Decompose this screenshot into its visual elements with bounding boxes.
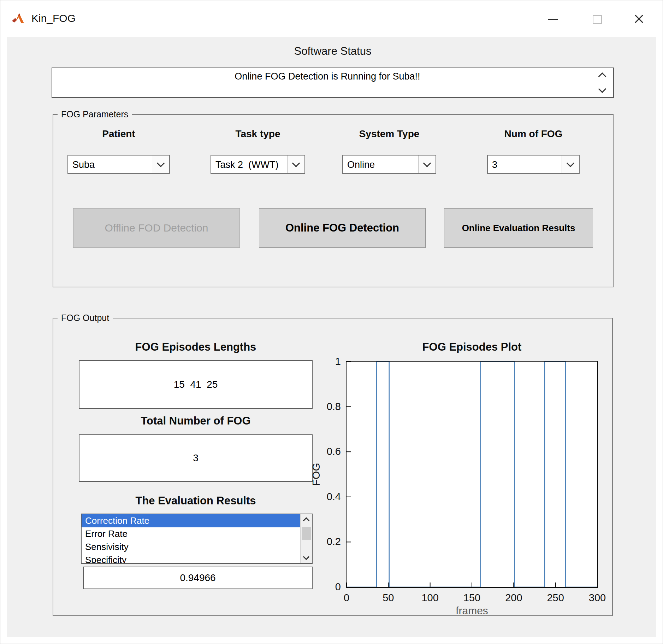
evaluation-results-listbox[interactable]: Correction RateError RateSensivisitySpec… — [81, 514, 313, 564]
total-number-of-fog-field[interactable]: 3 — [79, 434, 313, 482]
chevron-down-icon — [287, 156, 304, 173]
evaluation-value-field[interactable]: 0.94966 — [83, 567, 313, 589]
scroll-up-icon[interactable] — [597, 71, 608, 80]
fog-episodes-lengths-field[interactable]: 15 41 25 — [79, 360, 313, 409]
task-type-dropdown-value: Task 2 (WWT) — [215, 159, 278, 170]
chevron-down-icon — [152, 156, 169, 173]
y-tick-label: 0.8 — [306, 401, 341, 412]
y-tick-label: 0.2 — [306, 536, 341, 548]
offline-fod-detection-button[interactable]: Offline FOD Detection — [73, 208, 240, 248]
matlab-app-icon — [11, 12, 25, 26]
evaluation-list-item[interactable]: Specificity — [82, 554, 301, 563]
close-button[interactable] — [628, 10, 649, 28]
minimize-button[interactable] — [543, 10, 563, 28]
x-tick-label: 50 — [372, 592, 404, 604]
window-title: Kin_FOG — [31, 12, 76, 24]
num-of-fog-dropdown[interactable]: 3 — [487, 155, 580, 174]
total-number-of-fog-heading: Total Number of FOG — [79, 415, 313, 427]
evaluation-list-item[interactable]: Sensivisity — [82, 540, 301, 554]
software-status-heading: Software Status — [52, 45, 614, 58]
num-of-fog-label: Num of FOG — [487, 128, 580, 142]
task-type-label: Task type — [211, 128, 305, 142]
fog-parameters-legend: FOG Parameters — [58, 109, 132, 119]
evaluation-results-heading: The Evaluation Results — [79, 494, 313, 507]
x-axis-label-clip: frames — [424, 601, 520, 616]
system-type-dropdown[interactable]: Online — [342, 155, 436, 174]
scroll-down-icon[interactable] — [597, 86, 608, 94]
scroll-up-icon[interactable] — [301, 514, 312, 525]
minimize-icon — [548, 19, 558, 20]
title-bar: Kin_FOG — [0, 0, 663, 37]
online-evaluation-results-button[interactable]: Online Evaluation Results — [444, 208, 593, 248]
num-of-fog-dropdown-value: 3 — [492, 159, 497, 170]
system-type-label: System Type — [342, 128, 436, 142]
online-fog-detection-button[interactable]: Online FOG Detection — [259, 208, 426, 248]
x-tick-label: 0 — [331, 592, 362, 604]
evaluation-listbox-items: Correction RateError RateSensivisitySpec… — [82, 514, 301, 563]
y-axis-label: FOG — [310, 458, 323, 490]
y-tick-label: 0 — [306, 581, 341, 593]
x-axis-label: frames — [424, 605, 520, 616]
x-tick-label: 300 — [581, 592, 613, 604]
evaluation-list-item[interactable]: Error Rate — [82, 527, 301, 540]
y-tick-label: 0.4 — [306, 491, 341, 503]
status-message: Online FOG Detection is Running for Suba… — [66, 71, 588, 82]
task-type-dropdown[interactable]: Task 2 (WWT) — [211, 155, 305, 174]
app-window: Kin_FOG Software Status Online FOG Detec… — [0, 0, 663, 644]
status-textbox[interactable]: Online FOG Detection is Running for Suba… — [52, 68, 614, 98]
chevron-down-icon — [562, 156, 579, 173]
system-type-dropdown-value: Online — [347, 159, 375, 170]
fog-episodes-plot-title: FOG Episodes Plot — [346, 341, 598, 353]
y-tick-label: 1 — [306, 356, 341, 367]
patient-label: Patient — [67, 128, 170, 142]
evaluation-list-item[interactable]: Correction Rate — [82, 514, 301, 527]
maximize-icon — [593, 15, 602, 24]
maximize-button[interactable] — [587, 10, 607, 28]
patient-dropdown-value: Suba — [72, 159, 95, 170]
fog-episodes-lengths-heading: FOG Episodes Lengths — [79, 341, 313, 353]
chevron-down-icon — [418, 156, 436, 173]
fog-output-legend: FOG Output — [58, 312, 113, 323]
patient-dropdown[interactable]: Suba — [67, 155, 170, 174]
y-tick-label: 0.6 — [306, 446, 341, 457]
fog-plot-canvas — [346, 361, 598, 588]
scroll-down-icon[interactable] — [301, 552, 312, 563]
x-tick-label: 250 — [540, 592, 572, 604]
